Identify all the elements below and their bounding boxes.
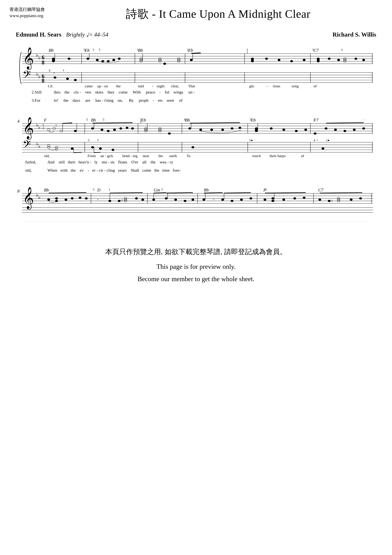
svg-point-84: [337, 59, 340, 61]
svg-text:rious: rious: [273, 84, 280, 88]
svg-text:2: 2: [42, 126, 44, 130]
tempo-marking: Brightly ♩= 44–54: [66, 31, 108, 38]
svg-point-184: [231, 127, 234, 130]
svg-point-196: [314, 132, 317, 135]
svg-text:5: 5: [103, 118, 104, 121]
svg-text:5: 5: [88, 139, 89, 142]
svg-point-181: [199, 129, 202, 131]
svg-point-313: [359, 197, 362, 199]
svg-text:.: .: [167, 62, 168, 65]
svg-point-293: [221, 198, 224, 201]
svg-point-159: [100, 129, 103, 131]
svg-point-165: [131, 127, 134, 130]
org-website: www.poppiano.org: [9, 13, 54, 19]
svg-text::: :: [314, 118, 314, 121]
svg-text:♭: ♭: [36, 71, 38, 77]
svg-text:.: .: [306, 132, 306, 135]
svg-text:1●: 1●: [326, 139, 329, 142]
svg-point-278: [124, 198, 127, 201]
svg-point-89: [354, 58, 357, 60]
svg-text:mid: mid: [138, 84, 144, 88]
svg-text:D: D: [97, 188, 100, 192]
svg-text:of: of: [314, 84, 317, 88]
svg-point-191: [270, 127, 273, 130]
svg-point-75: [265, 58, 268, 60]
svg-text:To: To: [187, 154, 191, 158]
svg-text:From: From: [88, 154, 96, 158]
lyric-verse2-start: 2.Still: [32, 88, 54, 96]
svg-text:.: .: [317, 132, 318, 135]
svg-point-76: [278, 59, 281, 61]
svg-text:Bb: Bb: [91, 118, 96, 123]
svg-text:C7: C7: [314, 48, 319, 53]
svg-text:-: -: [266, 84, 268, 88]
svg-point-224: [321, 147, 324, 150]
music-notation-row1: 𝄞 𝄢 ♭ ♭ ♭ ♭ 6 8 6 8: [13, 41, 379, 91]
svg-text:4: 4: [49, 69, 50, 72]
svg-text:4: 4: [184, 118, 185, 121]
svg-text:𝄾: 𝄾: [53, 73, 55, 74]
svg-text:came: came: [85, 84, 93, 88]
svg-text:old,: old,: [44, 154, 50, 158]
svg-text:𝄾: 𝄾: [213, 199, 214, 200]
svg-text:8: 8: [42, 78, 44, 84]
svg-text:2: 2: [187, 48, 188, 51]
preview-chinese-text: 本頁只作預覽之用, 如欲下載完整琴譜, 請即登記成為會員。: [19, 247, 373, 256]
svg-text:the: the: [116, 84, 121, 88]
svg-point-299: [271, 200, 274, 202]
svg-point-189: [255, 130, 258, 132]
svg-text:3: 3: [249, 118, 251, 121]
org-info: 香港流行鋼琴協會 www.poppiano.org: [9, 6, 54, 19]
svg-point-295: [231, 200, 234, 202]
lyric-verse2: thru the clo - ven skies they come With …: [54, 88, 360, 96]
svg-text:of: of: [301, 154, 304, 158]
svg-text:♭: ♭: [38, 125, 41, 130]
svg-point-185: [239, 127, 241, 129]
svg-point-264: [55, 197, 58, 199]
svg-text:1.It: 1.It: [47, 84, 53, 88]
svg-point-214: [99, 147, 102, 150]
svg-point-267: [71, 197, 74, 199]
svg-text:5: 5: [84, 48, 85, 51]
svg-text:♯: ♯: [121, 198, 123, 202]
lyric-verse3-start: 3.For: [32, 96, 54, 105]
svg-text:4: 4: [314, 139, 315, 142]
svg-text:.: .: [325, 149, 325, 152]
svg-text:1: 1: [246, 51, 248, 54]
svg-text:3: 3: [312, 48, 314, 51]
svg-text:Eb: Eb: [251, 118, 256, 123]
svg-text:Gm: Gm: [154, 188, 160, 192]
svg-text:♭: ♭: [36, 122, 38, 128]
svg-text:an - gels: an - gels: [100, 154, 113, 158]
lyric2-verse3-start: old,: [25, 166, 47, 175]
svg-text:3: 3: [341, 48, 342, 51]
svg-point-304: [303, 197, 306, 199]
composer-name: Edmund H. Sears: [16, 31, 61, 38]
svg-point-157: [91, 127, 94, 130]
svg-text:Bb: Bb: [44, 188, 49, 192]
svg-text:𝄞: 𝄞: [23, 187, 34, 210]
svg-text:.: .: [172, 132, 172, 135]
svg-text::: :: [364, 118, 365, 121]
svg-point-203: [362, 127, 365, 130]
svg-text:earth: earth: [169, 154, 177, 158]
svg-text:.: .: [326, 142, 327, 145]
preview-section: 本頁只作預覽之用, 如欲下載完整琴譜, 請即登記成為會員。 This page …: [13, 241, 379, 289]
lyric2-verse2-start: furled,: [25, 158, 47, 166]
svg-text:3: 3: [93, 48, 94, 51]
svg-point-287: [174, 198, 177, 201]
svg-text:touch: touch: [252, 154, 261, 158]
svg-text:C7: C7: [318, 188, 324, 192]
svg-text:𝄞: 𝄞: [23, 117, 34, 140]
svg-point-212: [91, 146, 94, 148]
svg-point-90: [362, 59, 365, 61]
svg-point-83: [328, 58, 331, 60]
svg-point-193: [295, 130, 298, 132]
svg-point-302: [282, 198, 285, 201]
staff-system-1: 𝄞 𝄢 ♭ ♭ ♭ ♭ 6 8 6 8: [13, 41, 379, 105]
svg-point-201: [343, 130, 346, 132]
svg-point-200: [334, 129, 337, 131]
preview-english-text-2: Become our member to get the whole sheet…: [19, 275, 373, 283]
svg-point-51: [112, 59, 115, 61]
svg-text:𝄾: 𝄾: [97, 199, 98, 200]
